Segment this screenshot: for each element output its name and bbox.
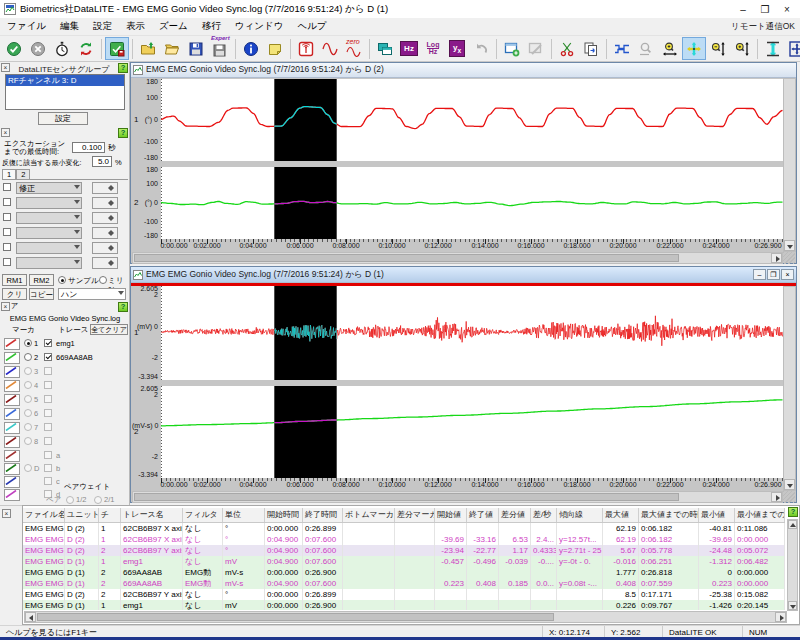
plot-area-ch1[interactable]: [161, 286, 783, 380]
menu-item-1[interactable]: 編集: [53, 18, 86, 35]
h-scroll-thumb[interactable]: [134, 493, 679, 501]
fit-all-button[interactable]: [785, 37, 800, 60]
chart-window-d1-titlebar[interactable]: EMG EMG Gonio Video Sync.log (7/7/2016 9…: [131, 267, 796, 283]
param-spinner-1[interactable]: [92, 197, 118, 209]
close-icon[interactable]: ×: [776, 1, 798, 17]
trace-checkbox-5[interactable]: [44, 395, 52, 403]
min-time-input[interactable]: 0.100: [72, 142, 105, 153]
trace-radio-2[interactable]: [24, 353, 32, 361]
scroll-right-button[interactable]: [771, 492, 782, 502]
param-dropdown-1[interactable]: [16, 197, 82, 209]
minimize-icon[interactable]: –: [753, 269, 766, 280]
plot-area-ch2[interactable]: [161, 167, 783, 239]
trace-radio-4[interactable]: [24, 381, 32, 389]
scroll-right-button[interactable]: [775, 612, 786, 622]
column-header-2[interactable]: チ: [99, 508, 121, 522]
close-icon[interactable]: ×: [781, 269, 794, 280]
table-h-scrollbar[interactable]: [24, 611, 787, 623]
copy-button[interactable]: コピー: [29, 288, 54, 300]
trace-checkbox-3[interactable]: [44, 367, 52, 375]
trace-radio-8[interactable]: [24, 437, 32, 445]
settings-button[interactable]: 設定: [38, 112, 88, 125]
v-scrollbar[interactable]: [783, 78, 796, 252]
info-button[interactable]: [239, 37, 263, 60]
cancel-button[interactable]: [26, 37, 50, 60]
table-row[interactable]: EMG EMG Gon...D (1)2669AA8ABEMG動mV-s0:04…: [23, 578, 785, 589]
param-dropdown-2[interactable]: [16, 212, 82, 224]
clear-all-button[interactable]: 全てクリア: [90, 324, 128, 335]
clear-button[interactable]: クリア: [2, 288, 27, 300]
edit-view-button[interactable]: [524, 37, 548, 60]
h-scroll-thumb[interactable]: [134, 254, 679, 262]
column-header-14[interactable]: 傾向線: [557, 508, 603, 522]
stopwatch-button[interactable]: [50, 37, 74, 60]
column-header-13[interactable]: 差/秒: [531, 508, 557, 522]
column-header-1[interactable]: ユニット/...: [65, 508, 99, 522]
h-scrollbar[interactable]: [132, 252, 783, 264]
sensor-channel-list[interactable]: RFチャンネル 3: D: [5, 74, 125, 110]
param-spinner-4[interactable]: [92, 242, 118, 254]
hz-button[interactable]: Hz: [397, 37, 421, 60]
h-scrollbar[interactable]: [132, 491, 783, 503]
scroll-right-button[interactable]: [771, 253, 782, 263]
param-spinner-5[interactable]: [92, 257, 118, 269]
trace-checkbox-8[interactable]: [44, 437, 52, 445]
tile-windows-button[interactable]: [373, 37, 397, 60]
column-header-7[interactable]: 終了時間: [303, 508, 343, 522]
sample-radio[interactable]: [58, 276, 66, 284]
confirm-button[interactable]: [2, 37, 26, 60]
column-header-15[interactable]: 最大値: [603, 508, 639, 522]
help-icon[interactable]: ?: [118, 128, 128, 138]
sync-button[interactable]: [74, 37, 98, 60]
scroll-down-button[interactable]: [788, 601, 797, 610]
table-row[interactable]: EMG EMG Gon...D (2)262CB6B97 Y axisなし°0:…: [23, 589, 785, 600]
rm2-button[interactable]: RM2: [29, 274, 54, 286]
help-icon[interactable]: ?: [118, 63, 128, 73]
copy-button[interactable]: [579, 37, 603, 60]
window-type-dropdown[interactable]: ハン: [58, 288, 126, 300]
acquire-button[interactable]: [105, 37, 129, 60]
close-panel-icon[interactable]: ×: [1, 302, 10, 311]
channels-button[interactable]: [610, 37, 634, 60]
param-checkbox-2[interactable]: [3, 213, 11, 221]
zero-button[interactable]: zero: [342, 37, 366, 60]
fit-y-button[interactable]: [761, 37, 785, 60]
param-checkbox-4[interactable]: [3, 243, 11, 251]
close-panel-icon[interactable]: ×: [1, 128, 10, 137]
table-row[interactable]: EMG EMG Gon...D (1)2669AA8ABEMG動mV-s0:00…: [23, 567, 785, 578]
trace-checkbox-7[interactable]: [44, 423, 52, 431]
sensor-button[interactable]: [294, 37, 318, 60]
param-checkbox-3[interactable]: [3, 228, 11, 236]
trace-checkbox-b[interactable]: [44, 464, 52, 472]
menu-item-6[interactable]: ウィンドウ: [228, 18, 291, 35]
restore-icon[interactable]: ❐: [754, 1, 776, 17]
scroll-left-button[interactable]: [25, 612, 36, 622]
minimize-icon[interactable]: –: [732, 1, 754, 17]
column-header-6[interactable]: 開始時間: [265, 508, 303, 522]
rm1-button[interactable]: RM1: [2, 274, 27, 286]
param-checkbox-0[interactable]: [3, 183, 11, 191]
ms-radio[interactable]: [99, 276, 107, 284]
scroll-down-button[interactable]: [784, 479, 795, 490]
h-scroll-thumb[interactable]: [37, 613, 554, 621]
column-header-0[interactable]: ファイル名: [23, 508, 65, 522]
trace-checkbox-c[interactable]: [44, 477, 52, 485]
sensor-channel-item[interactable]: RFチャンネル 3: D: [6, 75, 124, 86]
open-button[interactable]: [160, 37, 184, 60]
y-of-x-button[interactable]: yx: [445, 37, 469, 60]
resize-grip[interactable]: [783, 252, 795, 264]
trace-checkbox-1[interactable]: [44, 339, 52, 347]
menu-item-3[interactable]: 表示: [119, 18, 152, 35]
trace-checkbox-4[interactable]: [44, 381, 52, 389]
trace-checkbox-6[interactable]: [44, 409, 52, 417]
new-view-button[interactable]: [500, 37, 524, 60]
param-dropdown-0[interactable]: 修正: [16, 182, 82, 194]
column-header-3[interactable]: トレース名: [121, 508, 183, 522]
param-spinner-2[interactable]: [92, 212, 118, 224]
menu-item-0[interactable]: ファイル: [0, 18, 53, 35]
param-spinner-3[interactable]: [92, 227, 118, 239]
column-header-5[interactable]: 単位: [223, 508, 265, 522]
scroll-down-button[interactable]: [784, 240, 795, 251]
menu-item-5[interactable]: 移行: [195, 18, 228, 35]
log-hz-button[interactable]: LogHz: [421, 37, 445, 60]
